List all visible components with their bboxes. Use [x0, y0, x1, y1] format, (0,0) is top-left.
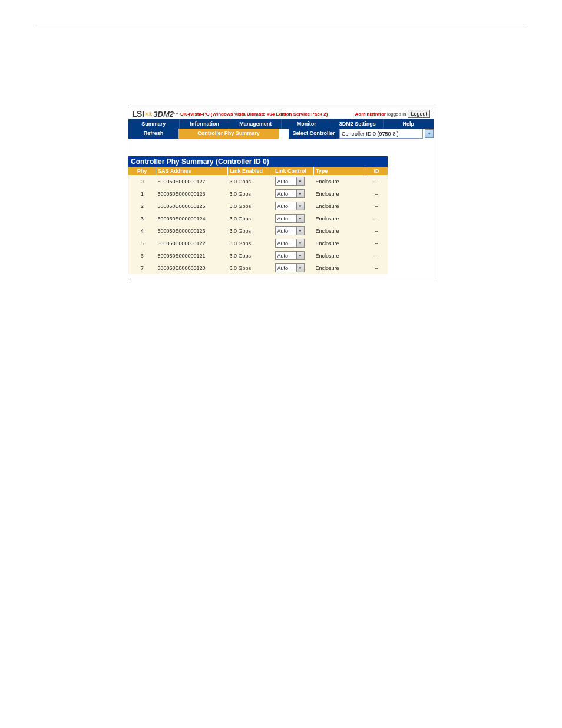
chevron-down-icon: ▼: [296, 227, 304, 235]
refresh-button[interactable]: Refresh: [128, 129, 178, 139]
cell-phy: 7: [128, 262, 156, 274]
cell-type: Enclosure: [314, 175, 365, 187]
nav-information[interactable]: Information: [180, 119, 231, 129]
col-link-enabled: Link Enabled: [228, 167, 273, 175]
link-control-select[interactable]: Auto▼: [275, 202, 305, 210]
cell-link-enabled: 3.0 Gbps: [228, 175, 273, 187]
link-control-value: Auto: [277, 228, 289, 234]
cell-phy: 0: [128, 175, 156, 187]
chevron-down-icon[interactable]: ▾: [425, 129, 434, 138]
chevron-down-icon: ▼: [296, 252, 304, 259]
cell-phy: 5: [128, 237, 156, 249]
table-row: 3500050E0000001243.0 GbpsAuto▼Enclosure-…: [128, 212, 388, 225]
link-control-select[interactable]: Auto▼: [275, 189, 305, 198]
select-controller-label: Select Controller: [289, 129, 339, 139]
link-control-select[interactable]: Auto▼: [275, 226, 305, 235]
user-role-label: Administrator: [355, 111, 386, 117]
nav-management[interactable]: Management: [230, 119, 282, 129]
cell-link-control: Auto▼: [273, 200, 314, 212]
link-control-value: Auto: [277, 216, 289, 222]
cell-id: --: [365, 187, 388, 200]
cell-phy: 6: [128, 249, 156, 262]
link-control-select[interactable]: Auto▼: [275, 263, 305, 272]
cell-id: --: [365, 225, 388, 237]
cell-type: Enclosure: [314, 187, 365, 200]
link-control-select[interactable]: Auto▼: [275, 251, 305, 260]
cell-id: --: [365, 175, 388, 187]
page-title: Controller Phy Summary: [178, 129, 279, 139]
cell-link-enabled: 3.0 Gbps: [228, 237, 273, 249]
link-control-value: Auto: [277, 179, 289, 185]
app-frame: LSI ✳✳ 3DM2 ™ Ul04Vista-PC (Windows Vist…: [128, 107, 434, 279]
link-control-value: Auto: [277, 253, 289, 259]
cell-type: Enclosure: [314, 249, 365, 262]
chevron-down-icon: ▼: [296, 190, 304, 197]
cell-link-control: Auto▼: [273, 175, 314, 187]
cell-phy: 3: [128, 212, 156, 225]
nav-monitor[interactable]: Monitor: [282, 119, 333, 129]
col-sas-address: SAS Address: [156, 167, 228, 175]
col-type: Type: [314, 167, 365, 175]
cell-link-enabled: 3.0 Gbps: [228, 262, 273, 274]
chevron-down-icon: ▼: [296, 177, 304, 185]
nav-3dm2-settings[interactable]: 3DM2 Settings: [332, 119, 384, 129]
cell-type: Enclosure: [314, 212, 365, 225]
cell-sas-address: 500050E000000127: [156, 175, 228, 187]
chevron-down-icon: ▼: [296, 202, 304, 210]
cell-sas-address: 500050E000000126: [156, 187, 228, 200]
cell-phy: 1: [128, 187, 156, 200]
top-rule: [35, 24, 527, 24]
table-row: 6500050E0000001213.0 GbpsAuto▼Enclosure-…: [128, 249, 388, 262]
cell-type: Enclosure: [314, 262, 365, 274]
table-row: 1500050E0000001263.0 GbpsAuto▼Enclosure-…: [128, 187, 388, 200]
app-header: LSI ✳✳ 3DM2 ™ Ul04Vista-PC (Windows Vist…: [128, 107, 434, 119]
link-control-select[interactable]: Auto▼: [275, 177, 305, 186]
phy-summary-table: Phy SAS Address Link Enabled Link Contro…: [128, 167, 388, 274]
cell-sas-address: 500050E000000123: [156, 225, 228, 237]
cell-link-enabled: 3.0 Gbps: [228, 187, 273, 200]
link-control-value: Auto: [277, 191, 289, 197]
cell-link-control: Auto▼: [273, 237, 314, 249]
link-control-value: Auto: [277, 203, 289, 209]
sub-nav: Refresh Controller Phy Summary Select Co…: [128, 129, 434, 139]
link-control-select[interactable]: Auto▼: [275, 214, 305, 223]
cell-type: Enclosure: [314, 237, 365, 249]
chevron-down-icon: ▼: [296, 239, 304, 247]
cell-sas-address: 500050E000000124: [156, 212, 228, 225]
cell-type: Enclosure: [314, 200, 365, 212]
logo-trademark: ™: [174, 112, 178, 116]
main-nav: Summary Information Management Monitor 3…: [128, 119, 434, 129]
chevron-down-icon: ▼: [296, 215, 304, 222]
controller-select-wrap: Controller ID 0 (9750-8i) ▾: [339, 129, 434, 139]
table-row: 0500050E0000001273.0 GbpsAuto▼Enclosure-…: [128, 175, 388, 187]
cell-link-enabled: 3.0 Gbps: [228, 225, 273, 237]
panel-title: Controller Phy Summary (Controller ID 0): [128, 156, 388, 167]
cell-link-control: Auto▼: [273, 212, 314, 225]
logo-lsi: LSI: [132, 109, 144, 118]
table-row: 2500050E0000001253.0 GbpsAuto▼Enclosure-…: [128, 200, 388, 212]
nav-summary[interactable]: Summary: [128, 119, 180, 129]
col-phy: Phy: [128, 167, 156, 175]
cell-link-control: Auto▼: [273, 262, 314, 274]
cell-sas-address: 500050E000000120: [156, 262, 228, 274]
table-row: 5500050E0000001223.0 GbpsAuto▼Enclosure-…: [128, 237, 388, 249]
link-control-value: Auto: [277, 241, 289, 246]
cell-id: --: [365, 249, 388, 262]
cell-id: --: [365, 237, 388, 249]
host-string: Ul04Vista-PC (Windows Vista Ultimate x64…: [180, 111, 328, 117]
nav-help[interactable]: Help: [384, 119, 434, 129]
cell-id: --: [365, 200, 388, 212]
controller-select[interactable]: Controller ID 0 (9750-8i): [339, 129, 423, 139]
cell-link-control: Auto▼: [273, 249, 314, 262]
logout-button[interactable]: Logout: [408, 110, 430, 118]
content-area: Controller Phy Summary (Controller ID 0)…: [128, 139, 434, 279]
link-control-value: Auto: [277, 265, 289, 271]
cell-phy: 2: [128, 200, 156, 212]
cell-link-enabled: 3.0 Gbps: [228, 200, 273, 212]
cell-id: --: [365, 212, 388, 225]
link-control-select[interactable]: Auto▼: [275, 239, 305, 248]
table-row: 4500050E0000001233.0 GbpsAuto▼Enclosure-…: [128, 225, 388, 237]
chevron-down-icon: ▼: [296, 264, 304, 272]
col-id: ID: [365, 167, 388, 175]
cell-id: --: [365, 262, 388, 274]
